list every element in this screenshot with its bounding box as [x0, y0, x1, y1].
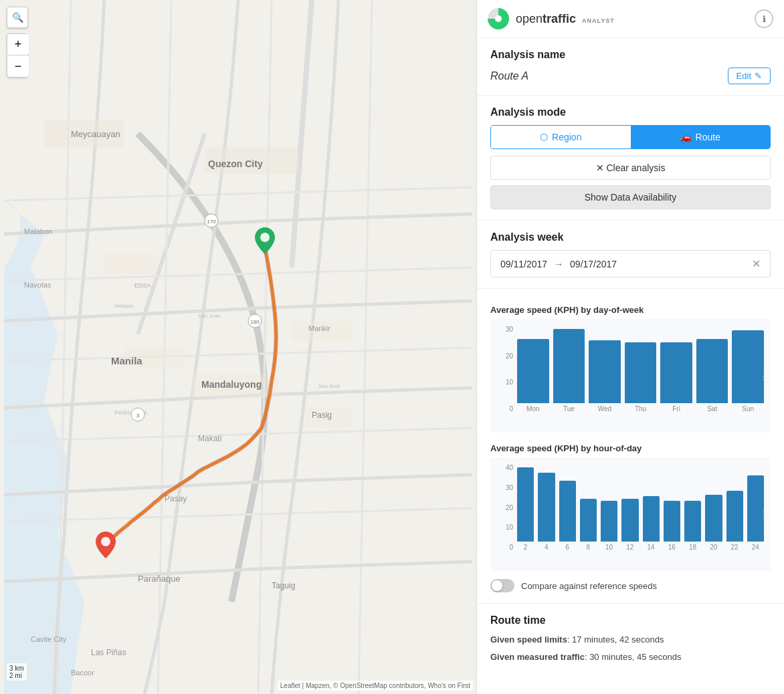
svg-text:3: 3: [136, 413, 140, 419]
compare-toggle[interactable]: [490, 579, 514, 592]
analysis-mode-section: Analysis mode ⬡ Region 🚗 Route ✕ Clear a…: [477, 96, 784, 221]
svg-text:Bacoor: Bacoor: [71, 669, 94, 677]
clear-analysis-button[interactable]: ✕ Clear analysis: [490, 156, 771, 180]
day-chart-title: Average speed (KPH) by day-of-week: [490, 305, 771, 315]
bar: [732, 330, 764, 403]
day-of-week-chart: Average speed (KPH) by day-of-week 30 20…: [490, 305, 771, 433]
mode-buttons: ⬡ Region 🚗 Route: [490, 125, 771, 149]
panel-header: opentraffic ANALYST ℹ: [477, 0, 784, 38]
bar-label: 4: [545, 544, 549, 551]
bar-column: Sat: [696, 326, 728, 413]
svg-text:Navotas: Navotas: [24, 281, 52, 289]
bar-column: Wed: [589, 326, 621, 413]
bar: [559, 481, 576, 542]
bar-label: Thu: [635, 405, 646, 413]
svg-rect-13: [104, 254, 158, 274]
day-y-axis: 30 20 10 0: [490, 326, 516, 413]
bar: [684, 501, 701, 542]
bar: [660, 342, 692, 403]
hour-bars-row: 24681012141618202224: [517, 464, 764, 551]
svg-text:Cavite City: Cavite City: [31, 635, 67, 643]
svg-text:Makati: Makati: [198, 434, 221, 443]
svg-text:Las Piñas: Las Piñas: [91, 648, 126, 657]
bar-label: 24: [752, 544, 759, 551]
route-icon: 🚗: [680, 132, 692, 142]
bar-column: 6: [559, 464, 576, 551]
svg-point-35: [101, 537, 110, 546]
route-label: Route: [696, 132, 720, 142]
compare-row: Compare against reference speeds: [490, 579, 771, 592]
bar-label: Tue: [563, 405, 575, 413]
chart-scroll-indicator: ⋮: [759, 370, 769, 382]
bar-column: 14: [643, 464, 660, 551]
bar-column: 22: [726, 464, 743, 551]
analysis-week-label: Analysis week: [490, 231, 771, 243]
bar-label: 16: [668, 544, 676, 551]
zoom-out-button[interactable]: −: [7, 55, 29, 77]
bar-column: 2: [517, 464, 534, 551]
route-mode-button[interactable]: 🚗 Route: [631, 126, 771, 148]
bar: [580, 499, 597, 542]
map-attribution: Leaflet | Mapzen, © OpenStreetMap contri…: [278, 681, 473, 691]
analysis-name-value: Route A: [490, 70, 528, 82]
map-background: Meycauayan Malabon Navotas Manila Quezon…: [0, 0, 476, 694]
bar: [696, 339, 728, 403]
bar: [601, 501, 617, 542]
bar-column: Thu: [625, 326, 657, 413]
map-search-button[interactable]: 🔍: [7, 7, 28, 28]
bar-column: 12: [621, 464, 638, 551]
bar-label: 14: [648, 544, 655, 551]
svg-text:Pasay: Pasay: [165, 494, 187, 503]
region-label: Region: [552, 132, 581, 142]
bar: [517, 467, 534, 542]
bar-label: 18: [689, 544, 696, 551]
bar-column: 10: [601, 464, 617, 551]
bar-label: Fri: [672, 405, 680, 413]
edit-button[interactable]: Edit ✎: [728, 68, 771, 84]
svg-text:170: 170: [207, 219, 216, 225]
bar-label: 12: [626, 544, 633, 551]
edit-icon: ✎: [755, 71, 762, 81]
day-chart-wrapper: 30 20 10 0 MonTueWedThuFriSatSun ⋮: [490, 319, 771, 433]
svg-text:Marikir: Marikir: [308, 324, 330, 332]
logo-text: opentraffic ANALYST: [516, 12, 615, 26]
svg-text:180: 180: [250, 319, 260, 325]
analysis-name-section: Analysis name Route A Edit ✎: [477, 38, 784, 96]
given-measured-traffic: Given measured traffic: 30 minutes, 45 s…: [490, 651, 771, 664]
logo-icon: [488, 8, 509, 29]
toggle-knob: [492, 580, 502, 591]
bar: [517, 339, 549, 403]
bar: [625, 342, 657, 403]
date-range-box[interactable]: 09/11/2017 → 09/17/2017 ✕: [490, 250, 771, 277]
region-icon: ⬡: [540, 132, 548, 142]
map-scale: 3 km 2 mi: [7, 663, 27, 681]
bar-label: 2: [524, 544, 528, 551]
svg-point-34: [260, 233, 270, 242]
analysis-week-section: Analysis week 09/11/2017 → 09/17/2017 ✕: [477, 221, 784, 289]
bar-column: Mon: [517, 326, 549, 413]
bar-label: 22: [731, 544, 739, 551]
svg-text:Pasig: Pasig: [312, 411, 332, 420]
svg-text:Mandaluyong: Mandaluyong: [201, 379, 262, 390]
svg-text:San Andr: San Andr: [318, 383, 340, 389]
hour-y-axis: 40 30 20 10 0: [490, 464, 516, 551]
show-data-button[interactable]: Show Data Availability: [490, 185, 771, 209]
bar: [589, 340, 621, 403]
bar-column: 20: [705, 464, 722, 551]
svg-text:Taguig: Taguig: [272, 581, 295, 590]
zoom-in-button[interactable]: +: [7, 34, 29, 55]
map-zoom-controls: + −: [7, 33, 28, 78]
bar-label: 10: [605, 544, 613, 551]
bar: [705, 495, 722, 542]
region-mode-button[interactable]: ⬡ Region: [491, 126, 631, 148]
clear-label: ✕ Clear analysis: [596, 162, 666, 173]
bar-label: 6: [565, 544, 569, 551]
date-arrow: →: [554, 259, 563, 269]
bar-label: 20: [710, 544, 717, 551]
bar-column: 8: [580, 464, 597, 551]
svg-text:EDSA: EDSA: [134, 282, 151, 289]
date-clear-button[interactable]: ✕: [752, 257, 761, 270]
info-button[interactable]: ℹ: [755, 9, 773, 28]
date-start: 09/11/2017: [500, 259, 547, 269]
svg-text:Parañaque: Parañaque: [138, 574, 181, 584]
